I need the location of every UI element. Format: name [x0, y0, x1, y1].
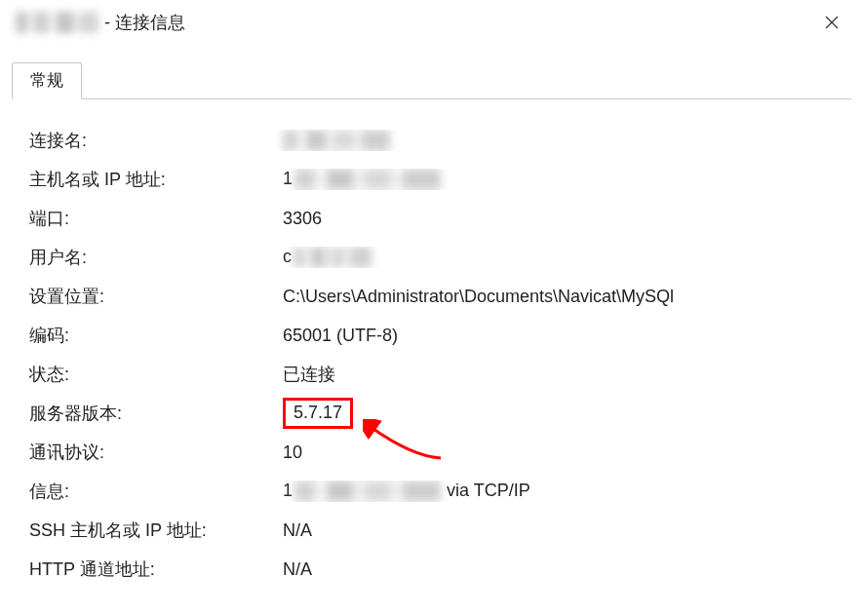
label-settings-location: 设置位置:: [12, 285, 275, 308]
value-status: 已连接: [275, 363, 851, 386]
tab-general[interactable]: 常规: [12, 62, 82, 99]
close-icon: [824, 15, 840, 30]
general-panel: 连接名: 主机名或 IP 地址: 1 端口: 3306 用户名: c 设置位置:…: [12, 99, 851, 589]
label-user: 用户名:: [12, 246, 275, 269]
value-server-version-cell: 5.7.17: [275, 398, 851, 429]
label-connection-name: 连接名:: [12, 129, 275, 152]
row-ssh-host: SSH 主机名或 IP 地址: N/A: [12, 511, 851, 550]
value-user-prefix: c: [283, 247, 292, 266]
title-bar: - 连接信息: [0, 0, 863, 45]
value-settings-location: C:\Users\Administrator\Documents\Navicat…: [275, 287, 851, 307]
label-encoding: 编码:: [12, 324, 275, 347]
row-encoding: 编码: 65001 (UTF-8): [12, 316, 851, 355]
label-status: 状态:: [12, 363, 275, 386]
redacted-value: [294, 247, 372, 268]
value-port: 3306: [275, 209, 851, 229]
row-port: 端口: 3306: [12, 199, 851, 238]
value-host-prefix: 1: [283, 169, 293, 188]
row-host: 主机名或 IP 地址: 1: [12, 160, 851, 199]
connection-name-redacted: [16, 12, 98, 33]
row-connection-name: 连接名:: [12, 121, 851, 160]
close-button[interactable]: [812, 3, 851, 42]
value-info-prefix: 1: [283, 481, 293, 500]
label-port: 端口:: [12, 207, 275, 230]
value-host: 1: [275, 169, 851, 190]
value-connection-name: [275, 130, 851, 151]
value-user: c: [275, 247, 851, 268]
row-http-tunnel: HTTP 通道地址: N/A: [12, 550, 851, 589]
label-protocol: 通讯协议:: [12, 441, 275, 464]
value-server-version: 5.7.17: [283, 398, 353, 429]
window-title: - 连接信息: [104, 11, 185, 34]
row-user: 用户名: c: [12, 238, 851, 277]
value-http-tunnel: N/A: [275, 559, 851, 580]
row-settings-location: 设置位置: C:\Users\Administrator\Documents\N…: [12, 277, 851, 316]
row-info: 信息: 1via TCP/IP: [12, 472, 851, 511]
row-status: 状态: 已连接: [12, 355, 851, 394]
value-ssh-host: N/A: [275, 520, 851, 541]
value-info: 1via TCP/IP: [275, 481, 851, 502]
tab-strip: 常规: [12, 62, 851, 99]
redacted-value: [283, 130, 390, 151]
label-http-tunnel: HTTP 通道地址:: [12, 558, 275, 581]
row-protocol: 通讯协议: 10: [12, 433, 851, 472]
redacted-value: [294, 481, 441, 502]
value-info-suffix: via TCP/IP: [447, 481, 530, 500]
row-server-version: 服务器版本: 5.7.17: [12, 394, 851, 433]
value-protocol: 10: [275, 443, 851, 463]
label-server-version: 服务器版本:: [12, 402, 275, 425]
label-ssh-host: SSH 主机名或 IP 地址:: [12, 519, 275, 542]
label-info: 信息:: [12, 480, 275, 503]
value-encoding: 65001 (UTF-8): [275, 326, 851, 346]
label-host: 主机名或 IP 地址:: [12, 168, 275, 191]
redacted-value: [294, 169, 441, 190]
